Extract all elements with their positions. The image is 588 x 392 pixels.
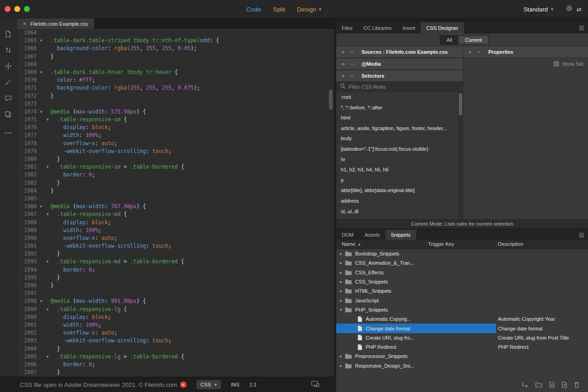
code-fold-icon[interactable]: ▼ (40, 37, 42, 45)
code-fold-icon[interactable]: ▼ (46, 116, 49, 124)
editor-scrollbar-thumb[interactable] (329, 90, 333, 110)
css-selector-item[interactable]: h1, h2, h3, h4, h5, h6 (336, 165, 463, 175)
panel-menu-icon[interactable] (579, 232, 584, 239)
tab-assets[interactable]: Assets (359, 230, 385, 240)
close-tab-icon[interactable]: × (23, 21, 26, 27)
chevron-collapsed-icon[interactable]: ▸ (340, 279, 345, 284)
css-selector-item[interactable]: [tabindex="-1"]:focus:not(:focus-visible… (336, 144, 463, 154)
line-number: 1975 (17, 116, 37, 124)
snippet-folder-row[interactable]: ▾PHP_Snippets (336, 305, 588, 314)
open-documents-icon[interactable] (5, 30, 11, 38)
selector-list-scrollbar[interactable] (458, 92, 463, 219)
add-selector-icon[interactable]: + (340, 73, 346, 80)
tab-cc-libraries[interactable]: CC Libraries (358, 22, 397, 34)
snippet-item-row[interactable]: Change date formatChange date format (336, 324, 588, 333)
remove-source-icon[interactable]: − (349, 49, 355, 56)
css-selector-item[interactable]: html (336, 113, 463, 123)
close-window-button[interactable] (5, 6, 11, 12)
code-fold-icon[interactable]: ▼ (40, 68, 42, 76)
remove-property-icon[interactable]: − (476, 49, 481, 56)
code-fold-icon[interactable]: ▼ (40, 108, 42, 116)
design-view-button[interactable]: Design▾ (297, 6, 322, 13)
copy-stack-icon[interactable] (5, 111, 11, 118)
move-arrows-icon[interactable] (5, 62, 12, 70)
css-selector-item[interactable]: *, *::before, *::after (336, 102, 463, 113)
edit-snippet-icon[interactable] (561, 381, 567, 388)
chevron-collapsed-icon[interactable]: ▸ (340, 298, 345, 303)
filter-css-rules-input[interactable] (349, 84, 459, 90)
settings-gear-icon[interactable] (565, 5, 573, 14)
comment-icon[interactable] (5, 95, 12, 102)
selector-list-scrollbar-thumb[interactable] (459, 93, 462, 115)
snippet-folder-row[interactable]: ▸CSS_Effects (336, 268, 588, 277)
code-fold-icon[interactable]: ▼ (46, 210, 49, 218)
snippet-folder-row[interactable]: ▸JavaScript (336, 295, 588, 305)
tab-snippets[interactable]: Snippets (385, 230, 416, 240)
chevron-collapsed-icon[interactable]: ▸ (340, 289, 345, 293)
tab-insert[interactable]: Insert (397, 22, 421, 34)
css-selector-item[interactable]: article, aside, figcaption, figure, foot… (336, 123, 463, 134)
code-fold-icon[interactable]: ▼ (40, 297, 42, 305)
code-fold-icon[interactable]: ▼ (46, 353, 49, 361)
tab-css-designer[interactable]: CSS Designer (421, 22, 464, 34)
snippet-folder-row[interactable]: ▸Responsive_Design_Sni... (336, 361, 588, 370)
sync-arrows-icon[interactable]: ⇄ (577, 6, 582, 13)
split-view-button[interactable]: Split (273, 6, 285, 13)
workspace-switcher[interactable]: Standard ▾ (524, 0, 553, 18)
css-selector-item[interactable]: address (336, 196, 463, 206)
code-fold-icon[interactable]: ▼ (46, 163, 49, 171)
css-selector-item[interactable]: body (336, 133, 463, 144)
code-view-button[interactable]: Code (246, 6, 261, 13)
chevron-collapsed-icon[interactable]: ▸ (340, 270, 345, 275)
show-set-checkbox[interactable]: ✓ (554, 61, 559, 67)
snippet-folder-row[interactable]: ▸CSS_Snippets (336, 277, 588, 286)
device-preview-icon[interactable] (311, 381, 319, 389)
chevron-collapsed-icon[interactable]: ▸ (340, 354, 345, 358)
editor-scrollbar[interactable] (328, 29, 334, 377)
minimize-window-button[interactable] (14, 6, 20, 12)
tab-files[interactable]: Files (336, 22, 358, 34)
css-selector-item[interactable]: :root (336, 92, 463, 102)
css-selector-item[interactable]: abbr[title], abbr[data-original-title] (336, 185, 463, 196)
add-property-icon[interactable]: + (467, 49, 473, 56)
insert-snippet-icon[interactable] (521, 381, 529, 388)
new-snippet-icon[interactable] (549, 381, 555, 388)
chevron-collapsed-icon[interactable]: ▸ (340, 364, 345, 368)
code-fold-icon[interactable]: ▼ (46, 258, 49, 266)
snippet-item-row[interactable]: PHP RedirectPHP Redirect (336, 342, 588, 352)
column-header-description[interactable]: Description (498, 241, 523, 247)
add-source-icon[interactable]: + (340, 49, 346, 56)
remove-selector-icon[interactable]: − (349, 73, 355, 80)
column-header-trigger-key[interactable]: Trigger Key (428, 241, 454, 247)
code-fold-icon[interactable]: ▼ (40, 203, 42, 210)
add-media-icon[interactable]: + (340, 61, 346, 68)
css-selector-item[interactable]: hr (336, 154, 463, 165)
code-lines[interactable]: 19641965▼.table-dark.table-striped tbody… (17, 29, 334, 377)
snippet-folder-row[interactable]: ▸CSS_Animation_&_Tran... (336, 258, 588, 267)
snippet-folder-row[interactable]: ▸Preprocessor_Snippets (336, 352, 588, 361)
current-button[interactable]: Current (458, 36, 488, 44)
snippet-folder-row[interactable]: ▸Bootstrap_Snippets (336, 249, 588, 258)
all-button[interactable]: All (440, 36, 458, 44)
snippet-folder-row[interactable]: ▸HTML_Snippets (336, 286, 588, 295)
sort-arrows-icon[interactable] (5, 47, 12, 53)
css-selector-item[interactable]: ol, ul, dl (336, 206, 463, 217)
remove-media-icon[interactable]: − (349, 61, 355, 68)
zoom-window-button[interactable] (24, 6, 30, 12)
code-fold-icon[interactable]: ▼ (46, 306, 49, 313)
tab-dom[interactable]: DOM (336, 230, 359, 240)
more-options-icon[interactable] (5, 132, 11, 134)
snippet-item-row[interactable]: Automatic Copyrig...Automatic Copyright … (336, 314, 588, 324)
doctype-select[interactable]: CSS ▾ (197, 380, 221, 389)
wand-icon[interactable] (5, 79, 11, 86)
css-selector-item[interactable]: p (336, 175, 463, 186)
panel-menu-icon[interactable] (579, 25, 584, 31)
chevron-collapsed-icon[interactable]: ▸ (340, 261, 345, 265)
new-folder-icon[interactable] (535, 382, 543, 388)
snippet-item-row[interactable]: Create URL slug fro...Create URL slug fr… (336, 333, 588, 342)
chevron-expanded-icon[interactable]: ▾ (340, 307, 345, 312)
delete-snippet-icon[interactable] (574, 381, 580, 388)
document-tab[interactable]: × FileInfo.com Example.css (17, 18, 94, 29)
chevron-collapsed-icon[interactable]: ▸ (340, 251, 345, 256)
column-header-name[interactable]: Name ▲ (342, 241, 361, 247)
